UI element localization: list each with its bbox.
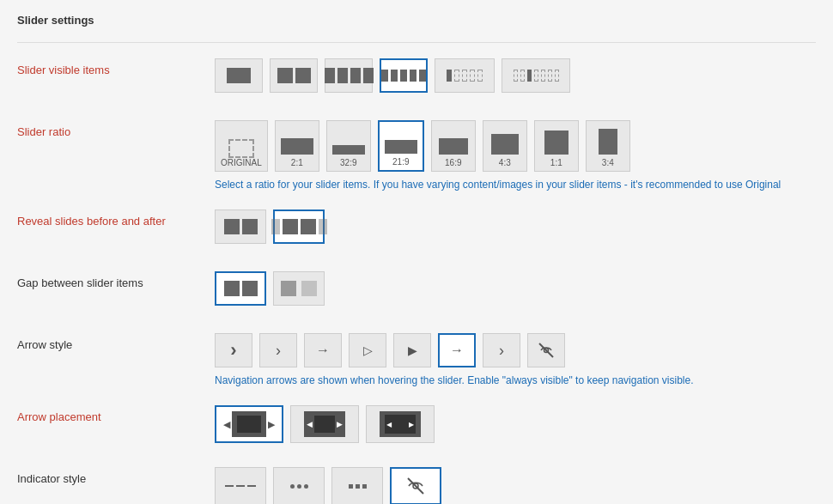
inner-block: ◀ ▶ (385, 415, 416, 434)
block (242, 219, 258, 234)
block (400, 70, 407, 82)
arrow-filled-btn[interactable]: ▶ (393, 333, 431, 367)
reveal-icon (271, 219, 327, 234)
visible-4-icon (325, 68, 374, 83)
dot-icon (304, 484, 308, 489)
arrow-placement-content: ◀ ▶ ◀ ▶ (215, 405, 816, 443)
reveal-row: Reveal slides before and after (17, 209, 816, 252)
visible-items-content (215, 58, 816, 93)
ratio-32-9-btn[interactable]: 32:9 (326, 120, 371, 172)
arrow-box-btn[interactable]: → (438, 333, 476, 367)
ratio-16-9-btn[interactable]: 16:9 (431, 120, 476, 172)
arrow-angle-btn[interactable]: › (483, 333, 520, 367)
no-reveal-icon (224, 219, 258, 234)
visible-5-icon (381, 70, 426, 82)
left-arrow-icon: ◀ (307, 420, 313, 428)
ratio-21-9-btn[interactable]: 21:9 (378, 120, 424, 172)
visible-2-btn[interactable] (270, 58, 318, 93)
indicator-style-content (215, 467, 816, 504)
block (224, 281, 240, 296)
no-reveal-btn[interactable] (215, 209, 266, 244)
arrow-style-label: Arrow style (17, 333, 215, 351)
block-outline (514, 70, 518, 82)
ratio-original-text: ORIGINAL (221, 158, 262, 167)
left-arrow-icon: ◀ (223, 419, 230, 430)
reveal-btn[interactable] (273, 209, 325, 244)
no-gap-btn[interactable] (215, 271, 266, 306)
arrow-placement-label: Arrow placement (17, 405, 215, 423)
block-outline (454, 70, 459, 82)
ratio-3-4-shape (599, 129, 617, 155)
block (527, 70, 532, 82)
no-gap-icon (224, 281, 258, 296)
visible-1-icon (227, 68, 251, 83)
block (277, 68, 293, 83)
dash-icon (225, 485, 234, 487)
placement-outside-icon: ◀ ▶ (223, 411, 275, 437)
square-icon (356, 484, 360, 489)
indicator-style-label: Indicator style (17, 467, 215, 485)
inner-block (237, 416, 261, 433)
arrow-hidden-btn[interactable] (527, 333, 565, 367)
ratio-original-btn[interactable]: ORIGINAL (215, 120, 268, 172)
block (242, 281, 258, 296)
ratio-content: ORIGINAL 2:1 32:9 21:9 (215, 120, 816, 191)
ratio-4-3-shape (491, 134, 519, 155)
ratio-1-1-shape (544, 131, 569, 155)
divider (17, 42, 816, 43)
ratio-2-1-btn[interactable]: 2:1 (275, 120, 319, 172)
placement-inside-btn[interactable]: ◀ ▶ (366, 405, 435, 443)
indicator-style-options (215, 467, 816, 504)
visible-items-label: Slider visible items (17, 58, 215, 76)
visible-dots7-btn[interactable] (502, 58, 570, 93)
arrow-hollow-btn[interactable]: ▷ (349, 333, 386, 367)
visible-1-btn[interactable] (215, 58, 263, 93)
block (337, 68, 348, 83)
indicator-style-row: Indicator style (17, 467, 816, 504)
block (224, 219, 240, 234)
block (419, 70, 426, 82)
block-outline (548, 70, 552, 82)
dot-icon (290, 484, 295, 489)
ratio-32-9-text: 32:9 (340, 158, 356, 167)
center-block (232, 411, 266, 437)
placement-outside-btn[interactable]: ◀ ▶ (215, 405, 283, 443)
indicator-square-btn[interactable] (331, 467, 383, 504)
gap-btn[interactable] (273, 271, 325, 306)
ratio-4-3-btn[interactable]: 4:3 (483, 120, 527, 172)
block (410, 70, 416, 82)
dash-icon (247, 485, 256, 487)
arrow-style-hint: Navigation arrows are shown when hoverin… (215, 374, 799, 386)
ratio-3-4-btn[interactable]: 3:4 (586, 120, 630, 172)
indicator-dot-btn[interactable] (273, 467, 325, 504)
indicator-dash-btn[interactable] (215, 467, 266, 504)
dash-icon (236, 485, 245, 487)
arrow-style-content: › › → ▷ ▶ → › Navigation arrows are show… (215, 333, 816, 386)
inner-block (314, 416, 335, 433)
ratio-16-9-text: 16:9 (445, 158, 461, 167)
placement-overlap-btn[interactable]: ◀ ▶ (290, 405, 359, 443)
visible-dots5-btn[interactable] (435, 58, 495, 93)
block-peek (271, 219, 280, 234)
indicator-hidden-btn[interactable] (390, 467, 441, 504)
arrow-chevron-bold-btn[interactable]: › (215, 333, 252, 367)
square-icon (362, 484, 367, 489)
ratio-options: ORIGINAL 2:1 32:9 21:9 (215, 120, 816, 172)
block-outline (477, 70, 483, 82)
visible-5-btn[interactable] (380, 58, 428, 93)
arrow-chevron-thin-btn[interactable]: › (259, 333, 297, 367)
block (283, 219, 298, 234)
square-icon (349, 484, 353, 489)
inside-block: ◀ ▶ (380, 411, 421, 437)
ratio-21-9-text: 21:9 (392, 157, 409, 167)
gap-icon (281, 281, 317, 296)
visible-4-btn[interactable] (325, 58, 373, 93)
ratio-2-1-shape (281, 138, 313, 155)
ratio-32-9-shape (332, 145, 365, 155)
ratio-2-1-text: 2:1 (291, 158, 303, 167)
arrow-right-btn[interactable]: → (304, 333, 342, 367)
panel-title: Slider settings (17, 14, 816, 27)
ratio-1-1-text: 1:1 (550, 158, 562, 167)
placement-inside-icon: ◀ ▶ (380, 411, 421, 437)
ratio-1-1-btn[interactable]: 1:1 (534, 120, 579, 172)
